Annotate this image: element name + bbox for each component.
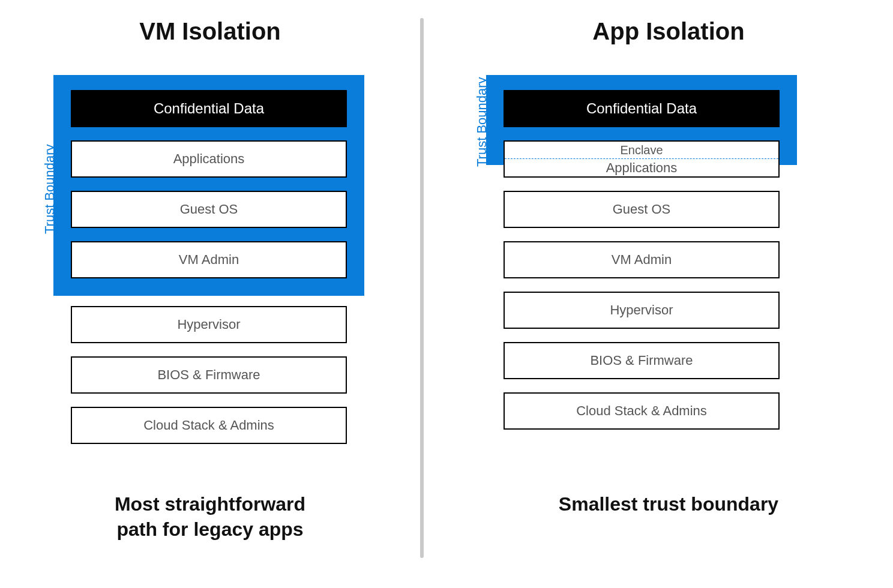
diagram-root: VM Isolation Trust Boundary Confidential… — [0, 0, 893, 588]
caption-line1: Most straightforward — [115, 493, 305, 515]
app-isolation-column: App Isolation Trust Boundary Confidentia… — [444, 0, 893, 588]
vm-isolation-column: VM Isolation Trust Boundary Confidential… — [0, 0, 420, 588]
caption-line2: path for legacy apps — [116, 518, 303, 540]
layer-hypervisor: Hypervisor — [71, 306, 347, 343]
layer-vm-admin: VM Admin — [504, 241, 780, 278]
vertical-divider — [420, 18, 424, 558]
layer-cloud-stack: Cloud Stack & Admins — [71, 407, 347, 444]
vm-layer-stack-lower: Hypervisor BIOS & Firmware Cloud Stack &… — [71, 306, 347, 457]
layer-bios-firmware: BIOS & Firmware — [71, 356, 347, 394]
layer-cloud-stack: Cloud Stack & Admins — [504, 392, 780, 430]
layer-enclave-applications: Enclave Applications — [504, 140, 780, 178]
layer-hypervisor: Hypervisor — [504, 292, 780, 329]
vm-isolation-title: VM Isolation — [0, 18, 420, 45]
layer-bios-firmware: BIOS & Firmware — [504, 342, 780, 379]
vm-layer-stack: Confidential Data Applications Guest OS … — [71, 90, 347, 292]
layer-enclave-label: Enclave — [505, 142, 778, 159]
app-isolation-title: App Isolation — [444, 18, 893, 45]
app-layer-stack: Confidential Data Enclave Applications G… — [504, 90, 780, 443]
layer-applications-label: Applications — [505, 159, 778, 177]
layer-confidential-data: Confidential Data — [504, 90, 780, 127]
layer-applications: Applications — [71, 140, 347, 178]
layer-confidential-data: Confidential Data — [71, 90, 347, 127]
layer-guest-os: Guest OS — [504, 191, 780, 228]
layer-guest-os: Guest OS — [71, 191, 347, 228]
vm-isolation-caption: Most straightforward path for legacy app… — [0, 492, 420, 542]
layer-vm-admin: VM Admin — [71, 241, 347, 278]
app-isolation-caption: Smallest trust boundary — [444, 492, 893, 517]
